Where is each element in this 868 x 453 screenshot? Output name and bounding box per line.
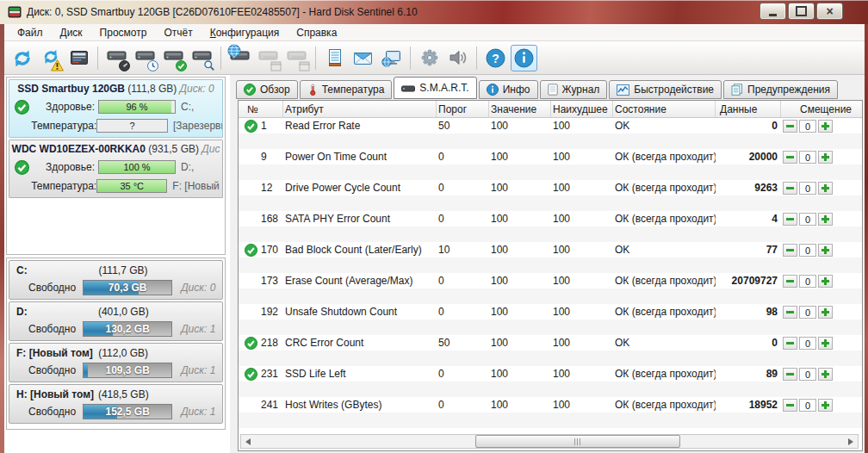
toolbar-button-disk-clock[interactable]: [132, 45, 158, 71]
toolbar-button-log[interactable]: [321, 45, 348, 71]
toolbar-button-globe-disk[interactable]: [226, 45, 253, 71]
tab-alerts[interactable]: Предупреждения: [723, 80, 838, 99]
offset-increase-button[interactable]: [818, 151, 833, 164]
menu-item-4[interactable]: Конфигурация: [202, 25, 288, 40]
svg-text:?: ?: [492, 51, 499, 65]
menu-item-5[interactable]: Справка: [288, 25, 345, 40]
smart-row-218[interactable]: 218CRC Error Count50100100OK00: [239, 335, 862, 366]
offset-increase-button[interactable]: [818, 213, 833, 226]
offset-value[interactable]: 0: [799, 399, 816, 412]
scroll-right-arrow[interactable]: [844, 435, 858, 448]
offset-value[interactable]: 0: [799, 151, 816, 164]
maximize-button[interactable]: [788, 3, 815, 20]
offset-value[interactable]: 0: [799, 337, 816, 350]
partition-panel-2[interactable]: F: [Новый том](112,0 GB)Свободно109,3 GB…: [9, 343, 223, 382]
column-header-0[interactable]: №: [239, 101, 283, 117]
smart-row-12[interactable]: 12Drive Power Cycle Count0100100ОК (всег…: [239, 180, 862, 211]
smart-row-173[interactable]: 173Erase Count (Average/Max)0100100ОК (в…: [239, 273, 862, 304]
smart-row-9[interactable]: 9Power On Time Count0100100ОК (всегда пр…: [239, 149, 862, 180]
menu-item-0[interactable]: Файл: [9, 25, 52, 40]
toolbar-button-info[interactable]: [511, 45, 537, 71]
tab-overview[interactable]: Обзор: [236, 80, 298, 99]
offset-cell: 0: [781, 368, 862, 381]
offset-decrease-button[interactable]: [783, 368, 797, 381]
offset-value[interactable]: 0: [799, 213, 816, 226]
offset-value[interactable]: 0: [799, 368, 816, 381]
column-header-7[interactable]: Смещение: [781, 101, 862, 117]
partition-free-row: Свободно130,2 GBДиск: 1: [9, 321, 223, 337]
toolbar-button-network[interactable]: [378, 45, 405, 71]
offset-value[interactable]: 0: [799, 275, 816, 288]
tab-log[interactable]: Журнал: [540, 80, 608, 99]
offset-decrease-button[interactable]: [783, 306, 797, 319]
toolbar-button-settings-gear[interactable]: [416, 45, 443, 71]
titlebar[interactable]: Диск: 0, SSD Smartbuy 120GB [C26D07610FE…: [0, 0, 868, 24]
disk-panel-0[interactable]: SSD Smartbuy 120GB (111,8 GB) Диск: 0Здо…: [9, 79, 223, 138]
toolbar-button-sound[interactable]: [444, 45, 471, 71]
toolbar-button-disk-remove[interactable]: [255, 45, 282, 71]
offset-increase-button[interactable]: [818, 368, 833, 381]
offset-increase-button[interactable]: [818, 337, 833, 350]
offset-decrease-button[interactable]: [783, 337, 797, 350]
offset-increase-button[interactable]: [818, 244, 833, 257]
menu-item-3[interactable]: Отчёт: [155, 25, 201, 40]
offset-increase-button[interactable]: [818, 399, 833, 412]
partition-name: F: [Новый том]: [16, 347, 93, 359]
smart-row-1[interactable]: 1Read Error Rate50100100OK00: [239, 118, 862, 149]
partition-panel-0[interactable]: C:(111,7 GB)Свободно70,3 GBДиск: 0: [9, 260, 223, 300]
offset-value[interactable]: 0: [799, 120, 816, 133]
scrollbar-thumb[interactable]: [475, 435, 680, 448]
sound-icon: [447, 47, 469, 70]
partition-panel-3[interactable]: H: [Новый том](418,5 GB)Свободно152,5 GB…: [9, 384, 223, 424]
toolbar-button-refresh-warning[interactable]: [37, 45, 64, 71]
offset-value[interactable]: 0: [799, 306, 816, 319]
health-ok-icon: [15, 160, 33, 175]
offset-decrease-button[interactable]: [783, 151, 797, 164]
toolbar-button-report-window[interactable]: [65, 45, 92, 71]
offset-decrease-button[interactable]: [783, 275, 797, 288]
column-header-3[interactable]: Значение: [489, 101, 551, 117]
scroll-left-arrow[interactable]: [241, 435, 255, 448]
smart-row-231[interactable]: 231SSD Life Left0100100ОК (всегда проход…: [239, 366, 862, 397]
toolbar-button-disk-detect[interactable]: [103, 45, 130, 71]
offset-value[interactable]: 0: [799, 182, 816, 195]
toolbar-button-help[interactable]: ?: [482, 45, 509, 71]
partition-panel-1[interactable]: D:(401,0 GB)Свободно130,2 GBДиск: 1: [9, 301, 223, 341]
threshold-value: 50: [437, 120, 489, 132]
smart-row-168[interactable]: 168SATA PHY Error Count0100100ОК (всегда…: [239, 211, 862, 242]
offset-value[interactable]: 0: [799, 244, 816, 257]
toolbar-button-refresh[interactable]: [9, 45, 35, 71]
tab-performance[interactable]: Быстродействие: [609, 80, 722, 99]
attribute-name: Unsafe Shutdown Count: [283, 306, 437, 318]
menu-item-1[interactable]: Диск: [52, 25, 91, 40]
column-header-4[interactable]: Наихудшее: [551, 101, 613, 117]
offset-increase-button[interactable]: [818, 275, 833, 288]
column-header-2[interactable]: Порог: [437, 101, 489, 117]
offset-decrease-button[interactable]: [783, 182, 797, 195]
horizontal-scrollbar[interactable]: [240, 434, 859, 449]
smart-row-241[interactable]: 241Host Writes (GBytes)0100100ОК (всегда…: [239, 397, 862, 428]
toolbar-button-disk-check[interactable]: [160, 45, 187, 71]
offset-decrease-button[interactable]: [783, 244, 797, 257]
toolbar-button-disk-search[interactable]: [189, 45, 215, 71]
column-header-1[interactable]: Атрибут: [283, 101, 437, 117]
offset-increase-button[interactable]: [818, 306, 833, 319]
minimize-button[interactable]: [760, 3, 786, 20]
offset-increase-button[interactable]: [818, 182, 833, 195]
tab-info[interactable]: Инфо: [479, 80, 538, 99]
offset-increase-button[interactable]: [818, 120, 833, 133]
disk-panel-1[interactable]: WDC WD10EZEX-00RKKA0 (931,5 GB) ДисЗдоро…: [9, 140, 223, 198]
column-header-6[interactable]: Данные: [716, 101, 781, 117]
toolbar-button-disk-mount[interactable]: [283, 45, 310, 71]
offset-decrease-button[interactable]: [783, 399, 797, 412]
column-header-5[interactable]: Состояние: [613, 101, 716, 117]
smart-row-170[interactable]: 170Bad Block Count (Later/Early)10100100…: [239, 242, 862, 273]
menu-item-2[interactable]: Просмотр: [91, 25, 156, 40]
close-button[interactable]: ×: [816, 3, 843, 20]
tab-temperature[interactable]: Температура: [300, 80, 393, 99]
toolbar-button-mail[interactable]: [350, 45, 376, 71]
offset-decrease-button[interactable]: [783, 213, 797, 226]
smart-row-192[interactable]: 192Unsafe Shutdown Count0100100ОК (всегд…: [239, 304, 862, 335]
offset-decrease-button[interactable]: [783, 120, 797, 133]
tab-smart[interactable]: S.M.A.R.T.: [394, 77, 476, 99]
